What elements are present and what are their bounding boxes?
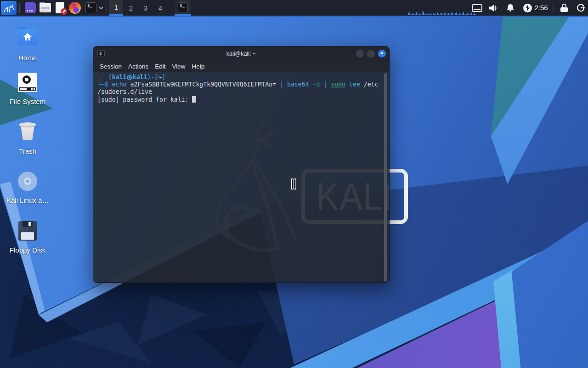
load-bar: [456, 12, 457, 15]
terminal-text-segment: [309, 81, 313, 88]
desktop-icon-filesystem[interactable]: File System: [2, 73, 53, 105]
text-editor-icon: [56, 2, 64, 13]
launcher-firefox[interactable]: [68, 1, 82, 15]
menu-help[interactable]: Help: [192, 63, 205, 70]
load-bar: [449, 14, 450, 15]
bell-icon: [506, 4, 514, 12]
load-bar: [448, 13, 449, 15]
terminal-menubar: Session Actions Edit View Help: [93, 61, 389, 72]
panel-separator: [171, 3, 171, 13]
panel-clock[interactable]: 2:56: [533, 0, 549, 16]
terminal-text-segment: ┌──(: [97, 74, 112, 80]
chevron-down-icon: [99, 6, 103, 9]
terminal-text-segment: )-[: [147, 74, 158, 80]
load-bar: [444, 12, 445, 15]
lock-screen-button[interactable]: [557, 0, 571, 16]
workspace-3[interactable]: 3: [139, 0, 153, 16]
terminal-dropdown-button[interactable]: [97, 1, 105, 15]
menu-session[interactable]: Session: [100, 63, 122, 70]
desktop-icon-kali-cd[interactable]: Kali Linux a…: [2, 172, 53, 204]
terminal-icon: $_: [85, 2, 96, 13]
load-bar: [412, 14, 413, 15]
taskbar-terminal-button[interactable]: $_: [175, 0, 191, 16]
load-bar: [424, 13, 425, 15]
desktop-icon-trash[interactable]: Trash: [2, 122, 53, 155]
load-bar: [411, 14, 412, 15]
load-bar: [420, 14, 421, 15]
volume-control[interactable]: [486, 0, 501, 16]
trash-icon: [17, 122, 39, 143]
cpu-load-graph[interactable]: [408, 10, 477, 15]
load-bar: [464, 14, 465, 15]
file-manager-icon: [40, 3, 51, 12]
load-bar: [441, 13, 442, 15]
launcher-text-editor[interactable]: [54, 1, 66, 15]
terminal-window: $ kali@kali: ~ ✕ Session Actions Edit Vi…: [93, 46, 390, 283]
load-bar: [447, 13, 447, 15]
panel-separator: [554, 3, 554, 13]
load-bar: [418, 13, 418, 15]
menu-view[interactable]: View: [172, 63, 186, 70]
workspace-4[interactable]: 4: [153, 0, 167, 16]
terminal-text-segment: ]: [162, 74, 165, 80]
kali-menu-button[interactable]: [1, 1, 17, 15]
terminal-text-segment: base64: [287, 81, 309, 88]
load-bar: [460, 14, 461, 15]
load-bar: [430, 14, 431, 15]
logout-button[interactable]: [573, 0, 588, 16]
load-bar: [426, 14, 427, 15]
launcher-file-manager[interactable]: [39, 1, 51, 15]
load-bar: [451, 12, 452, 15]
maximize-button[interactable]: [367, 50, 375, 58]
terminal-text-segment: [345, 81, 349, 88]
drive-icon: [17, 73, 39, 93]
terminal-text: ┌──(kali㉿kali)-[~]└─$ echo a2FsaSBBTEw9K…: [97, 74, 379, 104]
launcher-app-finder[interactable]: [24, 1, 37, 15]
terminal-icon: $_: [178, 2, 188, 12]
load-bar: [427, 14, 428, 15]
terminal-text-segment: [283, 81, 287, 88]
terminal-text-segment: $: [105, 81, 108, 88]
load-bar: [435, 13, 436, 15]
desktop-icon-floppy[interactable]: Floppy Disk: [2, 221, 53, 254]
touchpad-indicator[interactable]: [469, 0, 484, 16]
workspace-2[interactable]: 2: [124, 0, 138, 16]
load-bar: [434, 14, 435, 15]
top-panel: $_ 1 2 3 4 $_: [0, 0, 588, 17]
power-icon: [523, 4, 532, 12]
load-bar: [445, 14, 446, 15]
load-bar: [433, 13, 434, 15]
load-bar: [462, 13, 463, 15]
load-bar: [440, 13, 441, 15]
terminal-text-segment: /sudoers.d/live: [97, 88, 152, 95]
terminal-line-4: [sudo] password for kali:: [97, 96, 379, 104]
launcher-terminal[interactable]: $_: [85, 1, 97, 15]
load-bar: [463, 12, 464, 15]
load-bar: [415, 14, 416, 15]
terminal-titlebar[interactable]: $ kali@kali: ~ ✕: [93, 46, 389, 61]
desktop-icon-label: Home: [2, 54, 53, 62]
home-folder-icon: [17, 29, 39, 49]
terminal-output[interactable]: ┌──(kali㉿kali)-[~]└─$ echo a2FsaSBBTEw9K…: [93, 72, 389, 282]
load-bar: [419, 14, 420, 15]
minimize-button[interactable]: [356, 50, 364, 58]
window-title: kali@kali: ~: [226, 51, 256, 57]
notifications[interactable]: [503, 0, 517, 16]
terminal-scrollbar[interactable]: [384, 73, 387, 282]
load-bar: [423, 12, 424, 15]
desktop-icon-home[interactable]: Home: [2, 25, 53, 62]
log-out-icon: [576, 3, 585, 12]
menu-actions[interactable]: Actions: [128, 63, 148, 70]
terminal-text-segment: echo: [112, 81, 127, 88]
close-button[interactable]: ✕: [378, 50, 386, 58]
load-bar: [437, 12, 438, 15]
terminal-window-icon: $: [97, 50, 105, 57]
terminal-text-segment: a2FsaSBBTEw9KEFMTCkgTk9QQVNTV0Q6IEFMTAo=: [127, 81, 280, 88]
touchpad-icon: [472, 4, 482, 12]
panel-separator: [19, 3, 20, 13]
mouse-ibeam-cursor: [290, 178, 298, 190]
terminal-text-segment: sudo: [331, 81, 345, 88]
desktop-icon-label: Floppy Disk: [2, 246, 53, 254]
menu-edit[interactable]: Edit: [155, 63, 165, 70]
workspace-1[interactable]: 1: [109, 0, 123, 16]
